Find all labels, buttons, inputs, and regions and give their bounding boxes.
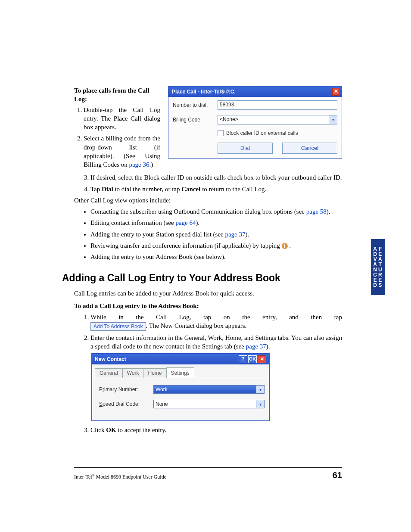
new-contact-dialog: New Contact ? OK ✕ General Work Home Set… — [91, 353, 270, 421]
primary-number-select[interactable]: Work ▾ — [153, 385, 265, 394]
speed-dial-code-select[interactable]: None ▾ — [153, 400, 265, 408]
number-to-dial-label: Number to dial: — [173, 102, 214, 109]
number-to-dial-input[interactable]: 58093 — [218, 100, 337, 110]
primary-number-label: Primary Number: — [99, 386, 151, 393]
heading-adding-call-log: Adding a Call Log Entry to Your Address … — [62, 271, 342, 285]
link-page-58[interactable]: page 58 — [306, 208, 327, 215]
other-options-intro: Other Call Log view options include: — [74, 196, 342, 205]
tab-work[interactable]: Work — [122, 368, 144, 378]
block-caller-id-checkbox[interactable] — [218, 130, 224, 136]
page-footer: Inter-Tel® Model 8690 Endpoint User Guid… — [74, 467, 342, 480]
link-page-37b[interactable]: page 37 — [246, 343, 266, 350]
bullet-transfer-conf: Reviewing transfer and conference inform… — [90, 241, 342, 250]
chevron-down-icon[interactable]: ▾ — [329, 115, 337, 124]
para-address-book: Call Log entries can be added to your Ad… — [74, 289, 342, 298]
dial-button[interactable]: Dial — [218, 143, 273, 154]
billing-code-select[interactable]: <None> ▾ — [218, 115, 337, 124]
close-icon[interactable]: ✕ — [332, 88, 340, 96]
bullet-edit-contact: Editing contact information (see page 64… — [90, 218, 342, 227]
ok-button[interactable]: OK — [248, 355, 257, 363]
chevron-down-icon[interactable]: ▾ — [256, 385, 265, 394]
tab-general[interactable]: General — [95, 368, 123, 378]
step-2: Select a billing code from the drop-down… — [84, 134, 160, 169]
link-page-37[interactable]: page 37 — [225, 231, 245, 238]
new-contact-title: New Contact — [95, 356, 126, 363]
dialog-title: Place Call - Inter-Tel® P.C. — [172, 88, 236, 95]
step2-1: While in the Call Log, tap on the entry,… — [90, 313, 342, 321]
chevron-down-icon[interactable]: ▾ — [256, 400, 265, 408]
info-icon[interactable]: i — [282, 243, 288, 249]
add-to-address-book-button[interactable]: Add To Address Book — [90, 322, 146, 331]
bullet-outbound: Contacting the subscriber using Outbound… — [90, 207, 342, 216]
steps-list-1: Double-tap the Call Log entry. The Place… — [74, 106, 160, 169]
step2-2: Enter the contact information in the Gen… — [90, 333, 342, 351]
step2-3: Click OK to accept the entry. — [90, 426, 342, 434]
cancel-button[interactable]: Cancel — [282, 143, 337, 154]
bullet-address-book: Adding the entry to your Address Book (s… — [90, 252, 342, 261]
bullet-speed-dial: Adding the entry to your Station speed d… — [90, 230, 342, 239]
close-icon[interactable]: ✕ — [258, 355, 266, 363]
billing-code-label: Billing Code: — [173, 116, 214, 123]
side-tab-advanced-features: ADVANCED FEATURES — [371, 239, 385, 295]
block-caller-id-label: Block caller ID on external calls — [226, 130, 298, 137]
help-button[interactable]: ? — [239, 355, 247, 363]
procedure-heading: To place calls from the Call Log: — [74, 86, 160, 104]
step-3: If desired, select the Block caller ID o… — [90, 173, 342, 182]
place-call-dialog: Place Call - Inter-Tel® P.C. ✕ Number to… — [168, 86, 342, 159]
link-page-64[interactable]: page 64 — [175, 219, 196, 226]
step-1: Double-tap the Call Log entry. The Place… — [84, 106, 160, 132]
link-page-36[interactable]: page 36 — [129, 161, 149, 168]
tab-home[interactable]: Home — [143, 368, 166, 378]
tab-settings[interactable]: Settings — [166, 367, 194, 378]
other-options-list: Contacting the subscriber using Outbound… — [74, 207, 342, 261]
speed-dial-code-label: Speed Dial Code: — [99, 401, 151, 408]
procedure-heading-2: To add a Call Log entry to the Address B… — [74, 302, 342, 310]
page-number: 61 — [333, 470, 342, 480]
step-4: Tap Dial to dial the number, or tap Canc… — [90, 185, 342, 193]
